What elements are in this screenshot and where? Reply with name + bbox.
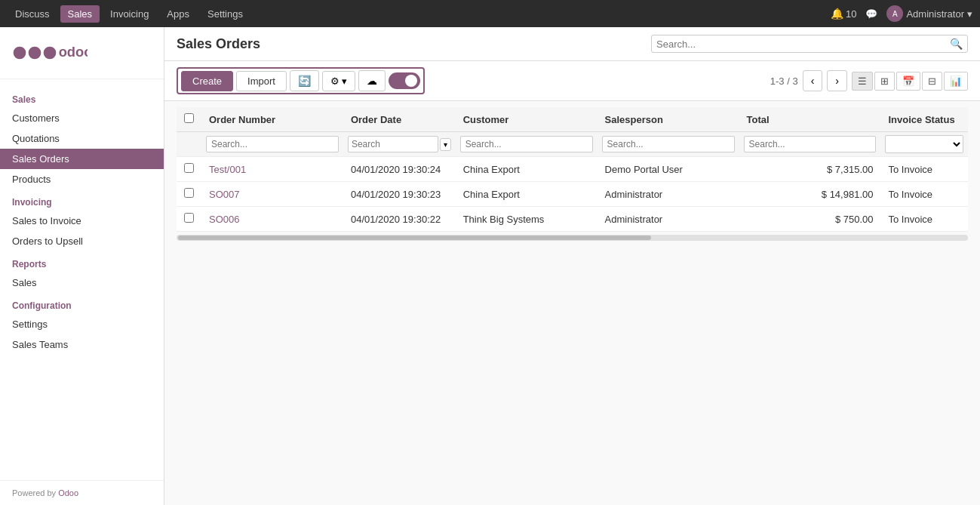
- table-row: SO006 04/01/2020 19:30:22 Think Big Syst…: [177, 207, 968, 232]
- prev-page-button[interactable]: ‹: [803, 70, 823, 91]
- notifications-icon[interactable]: 🔔 10: [831, 8, 856, 20]
- list-view-button[interactable]: ☰: [852, 72, 873, 91]
- filter-date-dropdown[interactable]: ▾: [440, 138, 451, 151]
- actions-button[interactable]: ⚙ ▾: [322, 71, 355, 91]
- table-header-row: Order Number Order Date Customer Salespe…: [177, 107, 968, 132]
- svg-point-2: [44, 47, 57, 60]
- sidebar-item-quotations[interactable]: Quotations: [0, 128, 164, 149]
- nav-apps[interactable]: Apps: [159, 5, 197, 23]
- th-salesperson[interactable]: Salesperson: [598, 107, 739, 132]
- sidebar-footer: Powered by Odoo: [0, 480, 164, 505]
- global-search-button[interactable]: 🔍: [950, 38, 963, 50]
- filter-order-date: ▾: [343, 132, 456, 157]
- toggle-knob: [405, 75, 417, 87]
- filter-checkbox-cell: [177, 132, 201, 157]
- sidebar-item-customers[interactable]: Customers: [0, 108, 164, 128]
- chat-icon[interactable]: 💬: [865, 8, 877, 20]
- pagination-info: 1-3 / 3: [770, 75, 798, 87]
- cell-total: $ 750.00: [739, 207, 881, 232]
- sidebar-item-sales-orders[interactable]: Sales Orders: [0, 149, 164, 169]
- filter-total-input[interactable]: [744, 136, 877, 152]
- cell-order-number: SO006: [201, 207, 343, 232]
- filter-customer: [456, 132, 598, 157]
- table-row: Test/001 04/01/2020 19:30:24 China Expor…: [177, 157, 968, 182]
- cell-invoice-status: To Invoice: [880, 207, 968, 232]
- toggle-button[interactable]: [389, 72, 420, 89]
- order-number-link[interactable]: Test/001: [209, 164, 246, 175]
- next-page-button[interactable]: ›: [827, 70, 847, 91]
- main-layout: odoo Sales Customers Quotations Sales Or…: [0, 27, 980, 505]
- top-nav: Discuss Sales Invoicing Apps Settings 🔔 …: [0, 0, 980, 27]
- select-all-checkbox[interactable]: [184, 113, 194, 123]
- filter-salesperson-input[interactable]: [602, 136, 735, 152]
- calendar-view-button[interactable]: 📅: [896, 72, 920, 91]
- table-row: SO007 04/01/2020 19:30:23 China Export A…: [177, 182, 968, 207]
- kanban-view-button[interactable]: ⊞: [874, 72, 895, 91]
- cell-customer: China Export: [456, 157, 598, 182]
- th-order-date[interactable]: Order Date: [343, 107, 456, 132]
- horizontal-scrollbar[interactable]: [177, 235, 968, 241]
- row-checkbox-cell: [177, 207, 201, 232]
- main-content: Sales Orders 🔍 Create Import 🔄 ⚙ ▾ ☁ 1-3…: [164, 27, 980, 505]
- create-button[interactable]: Create: [181, 71, 233, 91]
- nav-settings[interactable]: Settings: [200, 5, 250, 23]
- footer-odoo-link[interactable]: Odoo: [58, 488, 78, 497]
- content-header: Sales Orders 🔍: [164, 27, 980, 61]
- row-checkbox[interactable]: [184, 188, 194, 198]
- svg-point-0: [14, 47, 26, 60]
- row-checkbox[interactable]: [184, 213, 194, 223]
- graph-view-button[interactable]: 📊: [944, 72, 968, 91]
- svg-text:odoo: odoo: [59, 44, 88, 60]
- nav-discuss[interactable]: Discuss: [8, 5, 57, 23]
- filter-invoice-status-select[interactable]: To Invoice Invoiced: [885, 135, 963, 153]
- th-checkbox[interactable]: [177, 107, 201, 132]
- global-search-input[interactable]: [656, 38, 950, 50]
- cell-order-date: 04/01/2020 19:30:23: [343, 182, 456, 207]
- sidebar-section-configuration: Configuration: [0, 293, 164, 314]
- upload-button[interactable]: ☁: [358, 70, 386, 91]
- footer-text: Powered by: [12, 488, 58, 497]
- th-order-number[interactable]: Order Number: [201, 107, 343, 132]
- sidebar: odoo Sales Customers Quotations Sales Or…: [0, 27, 164, 505]
- cell-order-date: 04/01/2020 19:30:24: [343, 157, 456, 182]
- table-container: Order Number Order Date Customer Salespe…: [164, 101, 980, 505]
- cell-salesperson: Demo Portal User: [598, 157, 739, 182]
- toolbar: Create Import 🔄 ⚙ ▾ ☁ 1-3 / 3 ‹ › ☰ ⊞ 📅 …: [164, 61, 980, 101]
- nav-sales[interactable]: Sales: [60, 5, 100, 23]
- cell-order-number: Test/001: [201, 157, 343, 182]
- user-name: Administrator: [906, 8, 964, 20]
- sidebar-item-cfg-settings[interactable]: Settings: [0, 314, 164, 334]
- pivot-view-button[interactable]: ⊟: [922, 72, 942, 91]
- th-total[interactable]: Total: [739, 107, 881, 132]
- user-menu[interactable]: A Administrator ▾: [886, 5, 972, 22]
- cell-customer: China Export: [456, 182, 598, 207]
- import-button[interactable]: Import: [236, 71, 287, 91]
- chevron-down-icon: ▾: [967, 8, 972, 20]
- cell-total: $ 7,315.00: [739, 157, 881, 182]
- row-checkbox[interactable]: [184, 163, 194, 173]
- sidebar-item-sales-teams[interactable]: Sales Teams: [0, 334, 164, 355]
- order-number-link[interactable]: SO006: [209, 214, 239, 225]
- refresh-button[interactable]: 🔄: [290, 70, 319, 91]
- sidebar-item-orders-to-upsell[interactable]: Orders to Upsell: [0, 231, 164, 251]
- orders-table: Order Number Order Date Customer Salespe…: [177, 107, 968, 232]
- cell-order-date: 04/01/2020 19:30:22: [343, 207, 456, 232]
- th-customer[interactable]: Customer: [456, 107, 598, 132]
- pagination: 1-3 / 3 ‹ › ☰ ⊞ 📅 ⊟ 📊: [770, 70, 968, 91]
- th-invoice-status[interactable]: Invoice Status: [880, 107, 968, 132]
- filter-order-number-input[interactable]: [206, 136, 339, 152]
- cell-total: $ 14,981.00: [739, 182, 881, 207]
- table-filter-row: ▾: [177, 132, 968, 157]
- sidebar-item-sales-report[interactable]: Sales: [0, 273, 164, 293]
- filter-customer-input[interactable]: [460, 136, 593, 152]
- cell-invoice-status: To Invoice: [880, 182, 968, 207]
- sidebar-item-sales-to-invoice[interactable]: Sales to Invoice: [0, 211, 164, 231]
- order-number-link[interactable]: SO007: [209, 189, 239, 200]
- actions-dropdown-icon: ▾: [342, 75, 347, 87]
- scrollbar-thumb: [178, 236, 651, 240]
- view-icons: ☰ ⊞ 📅 ⊟ 📊: [852, 72, 968, 91]
- sidebar-item-products[interactable]: Products: [0, 169, 164, 189]
- filter-order-date-input[interactable]: [348, 136, 438, 152]
- nav-invoicing[interactable]: Invoicing: [103, 5, 156, 23]
- filter-order-number: [201, 132, 343, 157]
